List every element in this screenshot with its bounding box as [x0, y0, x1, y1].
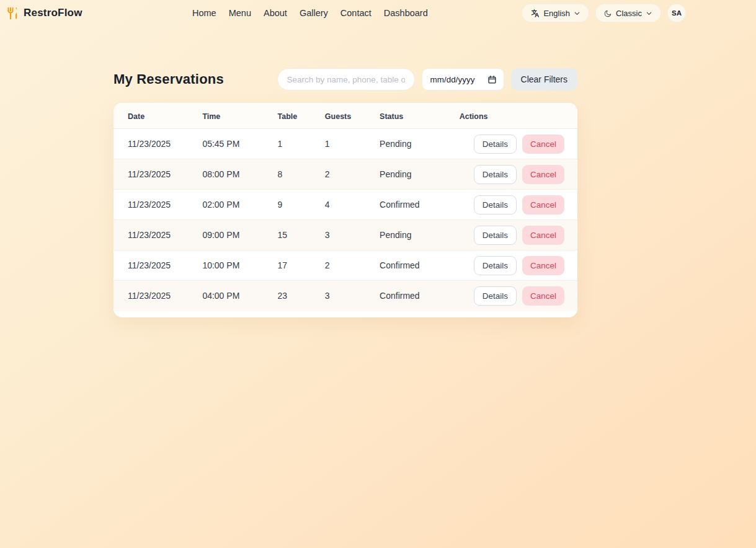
cell-guests: 3 — [320, 220, 375, 250]
brand[interactable]: RestroFlow — [6, 0, 82, 26]
cell-guests: 3 — [320, 281, 375, 311]
date-input[interactable]: mm/dd/yyyy — [422, 68, 504, 91]
nav-link-gallery[interactable]: Gallery — [300, 8, 328, 18]
cell-time: 04:00 PM — [197, 281, 272, 311]
table-row: 11/23/2025 08:00 PM 8 2 Pending Details … — [113, 159, 577, 190]
cell-time: 10:00 PM — [197, 250, 272, 281]
clear-filters-button[interactable]: Clear Filters — [511, 68, 577, 91]
main-content: My Reservations mm/dd/yyyy Clear Filters — [0, 68, 756, 317]
table-row: 11/23/2025 09:00 PM 15 3 Pending Details… — [113, 220, 577, 250]
main-nav: Home Menu About Gallery Contact Dashboar… — [192, 0, 428, 26]
theme-label: Classic — [616, 9, 642, 18]
theme-selector[interactable]: Classic — [595, 4, 661, 22]
cell-guests: 4 — [320, 190, 375, 220]
chevron-down-icon — [574, 10, 580, 17]
date-placeholder: mm/dd/yyyy — [430, 75, 475, 84]
cell-table: 15 — [273, 220, 320, 250]
cell-time: 05:45 PM — [197, 129, 272, 159]
cancel-button[interactable]: Cancel — [522, 165, 564, 184]
header-date: Date — [113, 103, 197, 129]
page-title: My Reservations — [113, 71, 224, 87]
nav-link-contact[interactable]: Contact — [340, 8, 371, 18]
cell-status: Pending — [375, 220, 455, 250]
details-button[interactable]: Details — [474, 165, 517, 184]
cell-date: 11/23/2025 — [113, 159, 197, 190]
cell-date: 11/23/2025 — [113, 129, 197, 159]
cell-status: Confirmed — [375, 190, 455, 220]
reservations-card: Date Time Table Guests Status Actions 11… — [113, 103, 577, 317]
reservations-table: Date Time Table Guests Status Actions 11… — [113, 103, 577, 311]
cancel-button[interactable]: Cancel — [522, 135, 564, 154]
header-status: Status — [375, 103, 455, 129]
cell-table: 1 — [273, 129, 320, 159]
cancel-button[interactable]: Cancel — [522, 286, 564, 306]
table-row: 11/23/2025 02:00 PM 9 4 Confirmed Detail… — [113, 190, 577, 220]
navbar: RestroFlow Home Menu About Gallery Conta… — [0, 0, 756, 26]
table-row: 11/23/2025 05:45 PM 1 1 Pending Details … — [113, 129, 577, 159]
cell-date: 11/23/2025 — [113, 190, 197, 220]
header-guests: Guests — [320, 103, 375, 129]
cell-time: 02:00 PM — [197, 190, 272, 220]
details-button[interactable]: Details — [474, 135, 517, 154]
cell-table: 23 — [273, 281, 320, 311]
details-button[interactable]: Details — [474, 226, 517, 245]
cell-status: Confirmed — [375, 250, 455, 281]
cell-guests: 2 — [320, 250, 375, 281]
nav-link-dashboard[interactable]: Dashboard — [384, 8, 428, 18]
cell-time: 09:00 PM — [197, 220, 272, 250]
language-label: English — [543, 9, 570, 18]
search-input[interactable] — [277, 68, 415, 91]
details-button[interactable]: Details — [474, 195, 517, 214]
nav-link-about[interactable]: About — [264, 8, 287, 18]
header-actions: Actions — [455, 103, 577, 129]
header-time: Time — [197, 103, 272, 129]
cell-table: 17 — [273, 250, 320, 281]
fork-knife-icon — [6, 7, 19, 20]
nav-link-home[interactable]: Home — [192, 8, 216, 18]
cancel-button[interactable]: Cancel — [522, 226, 564, 245]
table-row: 11/23/2025 04:00 PM 23 3 Confirmed Detai… — [113, 281, 577, 311]
chevron-down-icon — [646, 10, 652, 17]
cell-date: 11/23/2025 — [113, 220, 197, 250]
filters-bar: mm/dd/yyyy Clear Filters — [277, 68, 577, 91]
calendar-icon[interactable] — [487, 75, 497, 84]
header-table: Table — [273, 103, 320, 129]
table-row: 11/23/2025 10:00 PM 17 2 Confirmed Detai… — [113, 250, 577, 281]
cell-status: Confirmed — [375, 281, 455, 311]
nav-link-menu[interactable]: Menu — [229, 8, 251, 18]
cancel-button[interactable]: Cancel — [522, 256, 564, 275]
cancel-button[interactable]: Cancel — [522, 195, 564, 214]
details-button[interactable]: Details — [474, 286, 517, 306]
cell-date: 11/23/2025 — [113, 250, 197, 281]
nav-controls: English Classic SA — [522, 0, 686, 26]
brand-name: RestroFlow — [24, 7, 82, 19]
translate-icon — [530, 9, 540, 18]
cell-time: 08:00 PM — [197, 159, 272, 190]
moon-icon — [604, 9, 612, 17]
user-avatar[interactable]: SA — [667, 4, 686, 22]
cell-status: Pending — [375, 159, 455, 190]
cell-status: Pending — [375, 129, 455, 159]
cell-guests: 2 — [320, 159, 375, 190]
cell-table: 8 — [273, 159, 320, 190]
cell-date: 11/23/2025 — [113, 281, 197, 311]
table-header-row: Date Time Table Guests Status Actions — [113, 103, 577, 129]
details-button[interactable]: Details — [474, 256, 517, 275]
cell-guests: 1 — [320, 129, 375, 159]
language-selector[interactable]: English — [522, 4, 589, 22]
cell-table: 9 — [273, 190, 320, 220]
